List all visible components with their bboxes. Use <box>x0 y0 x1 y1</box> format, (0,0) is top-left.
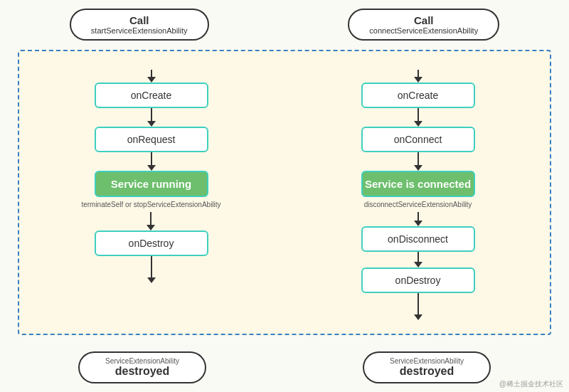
right-destroyed-sub: ServiceExtensionAbility <box>381 357 472 365</box>
flows-row: onCreate onRequest Service running termi… <box>18 55 551 335</box>
arrow-line <box>418 293 419 314</box>
right-ondisconnect-node: onDisconnect <box>361 226 475 252</box>
arrow-onconnect-to-connected <box>414 152 422 171</box>
arrow-ondestroy-to-bottom-left <box>147 256 156 283</box>
arrow-label-left: terminateSelf or stopServiceExtensionAbi… <box>81 200 220 209</box>
arrow-line <box>418 252 419 262</box>
right-onconnect-node: onConnect <box>361 127 475 152</box>
arrow-head <box>414 77 422 83</box>
watermark: @稀土掘金技术社区 <box>499 379 563 389</box>
top-row: Call startServiceExtensionAbility Call c… <box>0 0 569 41</box>
arrow-head <box>147 225 155 231</box>
left-destroyed-sub: ServiceExtensionAbility <box>97 357 188 365</box>
left-call-label: Call <box>91 14 188 26</box>
arrow-line <box>151 108 152 121</box>
arrow-line <box>151 70 152 77</box>
arrow-ondestroy-to-bottom-right <box>414 293 422 320</box>
right-destroyed-label: destroyed <box>381 365 472 378</box>
arrow-line <box>151 256 152 277</box>
arrow-line <box>418 152 419 165</box>
arrow-connected-to-ondisconnect: disconnectServiceExtensionAbility <box>364 197 472 226</box>
left-ondestroy-node: onDestroy <box>95 231 208 256</box>
arrow-line <box>418 212 419 221</box>
arrow-head <box>147 277 156 283</box>
left-destroyed-label: destroyed <box>97 365 188 378</box>
right-oncreate-node: onCreate <box>361 83 475 108</box>
right-call-sub: connectServiceExtensionAbility <box>369 26 478 35</box>
left-call-sub: startServiceExtensionAbility <box>91 26 188 35</box>
arrow-head <box>414 221 422 226</box>
arrow-line <box>418 108 419 121</box>
arrow-head <box>414 165 422 171</box>
arrow-oncreate-to-onconnect <box>414 108 422 127</box>
arrow-head <box>414 262 422 267</box>
arrow-line <box>418 70 419 77</box>
bottom-row: ServiceExtensionAbility destroyed Servic… <box>0 351 569 383</box>
right-call-label: Call <box>369 14 478 26</box>
arrow-head <box>147 77 156 83</box>
arrow-onrequest-to-running <box>147 152 156 171</box>
left-flow: onCreate onRequest Service running termi… <box>18 55 284 335</box>
arrow-oncreate-to-onrequest <box>147 108 156 127</box>
arrow-ondisconnect-to-ondestroy <box>414 252 422 267</box>
arrow-call-to-oncreate-left <box>147 70 156 83</box>
arrow-label-right: disconnectServiceExtensionAbility <box>364 200 472 209</box>
right-call-box: Call connectServiceExtensionAbility <box>348 9 499 41</box>
right-ondestroy-node: onDestroy <box>361 267 475 293</box>
main-container: Call startServiceExtensionAbility Call c… <box>0 0 569 392</box>
left-call-box: Call startServiceExtensionAbility <box>70 9 209 41</box>
right-service-connected-node: Service is connected <box>361 171 475 197</box>
arrow-line <box>151 152 152 165</box>
right-flow: onCreate onConnect Service is connected … <box>284 55 551 335</box>
arrow-head <box>147 121 156 127</box>
arrow-call-to-oncreate-right <box>414 70 422 83</box>
left-onrequest-node: onRequest <box>95 127 208 152</box>
left-service-running-node: Service running <box>95 171 208 197</box>
arrow-line <box>150 212 151 225</box>
arrow-head <box>147 165 156 171</box>
arrow-running-to-ondestroy: terminateSelf or stopServiceExtensionAbi… <box>81 197 220 231</box>
left-oncreate-node: onCreate <box>95 83 208 108</box>
right-destroyed-box: ServiceExtensionAbility destroyed <box>363 351 491 383</box>
arrow-head <box>414 121 422 127</box>
left-destroyed-box: ServiceExtensionAbility destroyed <box>78 351 206 383</box>
arrow-head <box>414 314 422 320</box>
